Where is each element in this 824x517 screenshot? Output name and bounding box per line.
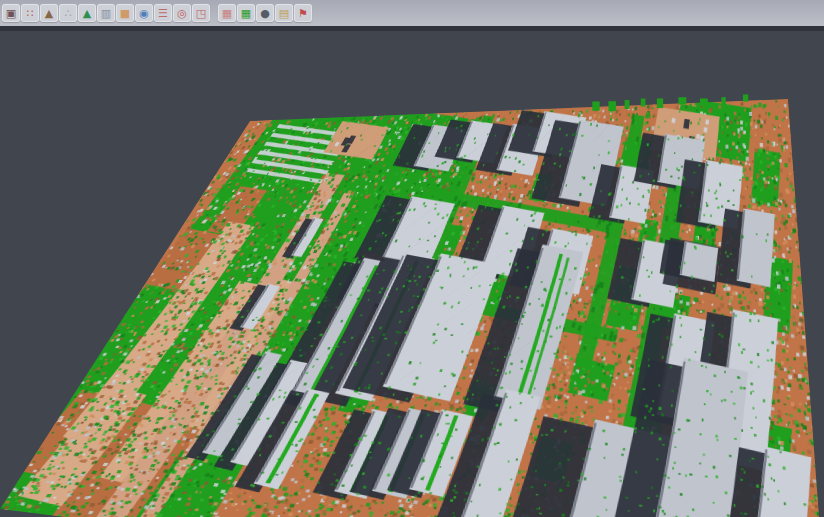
viewport-3d[interactable] bbox=[0, 31, 824, 517]
target-icon[interactable]: ◎ bbox=[173, 4, 191, 22]
control-points-icon[interactable]: ∷ bbox=[21, 4, 39, 22]
application-window: ▣∷▲∴▲▥■◉☰◎◳▦▦●▤⚑ bbox=[0, 0, 824, 517]
layers-icon[interactable]: ☰ bbox=[154, 4, 172, 22]
classification-icon[interactable]: ▦ bbox=[237, 4, 255, 22]
mesh-surface-icon[interactable]: ▲ bbox=[78, 4, 96, 22]
toolbar: ▣∷▲∴▲▥■◉☰◎◳▦▦●▤⚑ bbox=[0, 0, 824, 26]
crop-region-icon[interactable]: ◳ bbox=[192, 4, 210, 22]
measure-box-icon[interactable]: ▤ bbox=[275, 4, 293, 22]
toolbar-group-separator bbox=[211, 4, 218, 22]
point-cloud-scene-canvas[interactable] bbox=[0, 31, 824, 517]
orthophoto-icon[interactable]: ■ bbox=[116, 4, 134, 22]
camera-icon[interactable]: ▣ bbox=[2, 4, 20, 22]
terrain-icon[interactable]: ▲ bbox=[40, 4, 58, 22]
sphere-icon[interactable]: ● bbox=[256, 4, 274, 22]
texture-icon[interactable]: ▥ bbox=[97, 4, 115, 22]
point-cloud-icon[interactable]: ∴ bbox=[59, 4, 77, 22]
geo-globe-icon[interactable]: ◉ bbox=[135, 4, 153, 22]
grid-icon[interactable]: ▦ bbox=[218, 4, 236, 22]
flag-icon[interactable]: ⚑ bbox=[294, 4, 312, 22]
